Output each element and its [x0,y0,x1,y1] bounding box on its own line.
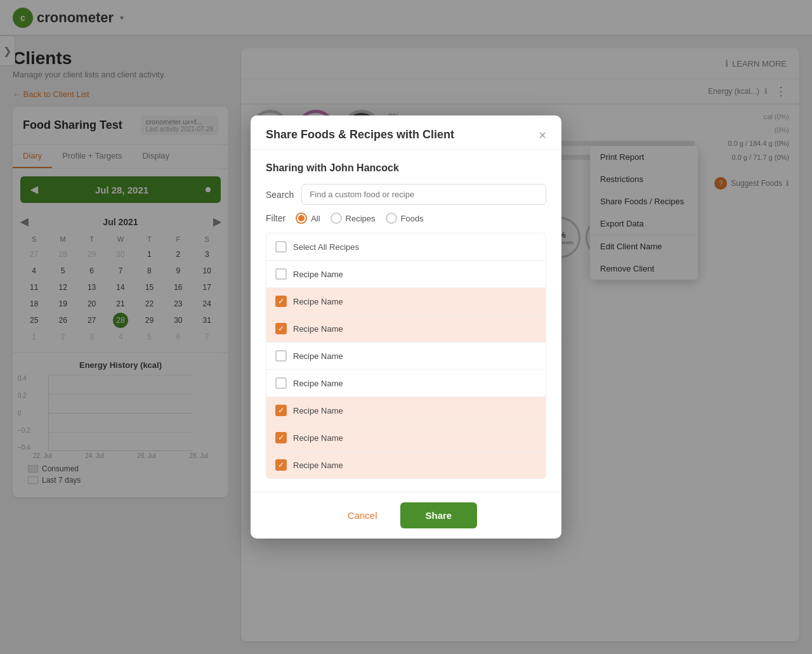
filter-foods[interactable]: Foods [386,213,424,224]
cancel-button[interactable]: Cancel [335,504,390,527]
radio-recipes-outer [331,213,342,224]
recipe-name-5: Recipe Name [293,406,343,415]
recipe-checkbox-3[interactable] [275,350,287,362]
modal-footer: Cancel Share [251,492,561,539]
recipe-name-1: Recipe Name [293,297,343,306]
filter-label: Filter [266,213,285,223]
filter-row: Filter All Recipes Foods [266,213,546,224]
recipe-checkbox-1[interactable]: ✓ [275,296,287,307]
recipe-row-5[interactable]: ✓ Recipe Name [266,397,546,424]
recipe-checkbox-5[interactable]: ✓ [275,405,287,416]
recipe-row-0[interactable]: Recipe Name [266,261,546,288]
filter-recipes-label: Recipes [346,214,376,223]
select-all-row[interactable]: Select All Recipes [266,233,546,261]
modal-overlay: Share Foods & Recipes with Client × Shar… [0,0,812,654]
modal-header: Share Foods & Recipes with Client × [251,115,561,150]
modal-body: Sharing with John Hancock Search Filter … [251,150,561,492]
search-label: Search [266,190,294,200]
filter-all[interactable]: All [296,213,320,224]
select-all-label: Select All Recipes [293,242,359,252]
filter-foods-label: Foods [401,214,424,223]
recipe-checkbox-0[interactable] [275,268,287,280]
app-background: c cronometer ▾ ❯ Clients Manage your cli… [0,0,812,654]
recipe-name-4: Recipe Name [293,379,343,388]
recipe-row-7[interactable]: ✓ Recipe Name [266,452,546,478]
recipe-row-4[interactable]: Recipe Name [266,370,546,397]
share-modal: Share Foods & Recipes with Client × Shar… [251,115,561,539]
modal-title: Share Foods & Recipes with Client [266,128,454,141]
sharing-with-label: Sharing with John Hancock [266,162,546,174]
recipes-list: Select All Recipes Recipe Name ✓ Recipe … [266,233,546,479]
recipe-checkbox-7[interactable]: ✓ [275,459,287,471]
radio-foods-outer [386,213,397,224]
filter-recipes[interactable]: Recipes [331,213,376,224]
recipe-checkbox-4[interactable] [275,377,287,389]
select-all-checkbox[interactable] [275,241,287,252]
radio-all-inner [298,215,304,221]
search-input[interactable] [301,184,546,205]
radio-all-outer [296,213,307,224]
recipe-name-0: Recipe Name [293,270,343,279]
recipe-name-6: Recipe Name [293,433,343,443]
recipe-checkbox-2[interactable]: ✓ [275,323,287,334]
modal-close-button[interactable]: × [539,129,546,141]
recipe-row-3[interactable]: Recipe Name [266,343,546,370]
share-button[interactable]: Share [400,502,478,528]
recipe-name-2: Recipe Name [293,324,343,334]
recipe-row-1[interactable]: ✓ Recipe Name [266,288,546,315]
recipe-name-3: Recipe Name [293,351,343,361]
recipe-name-7: Recipe Name [293,461,343,470]
recipe-row-2[interactable]: ✓ Recipe Name [266,315,546,343]
filter-all-label: All [311,214,320,223]
search-row: Search [266,184,546,205]
recipe-row-6[interactable]: ✓ Recipe Name [266,424,546,452]
recipe-checkbox-6[interactable]: ✓ [275,432,287,443]
